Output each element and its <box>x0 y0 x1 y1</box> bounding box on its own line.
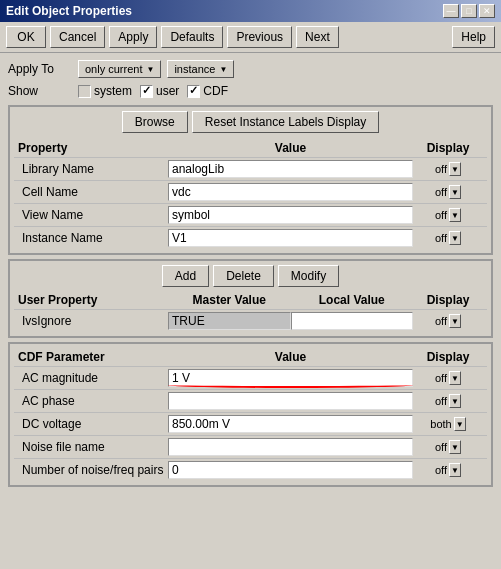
red-arc-indicator <box>168 382 413 388</box>
cell-display-text: off <box>435 186 447 198</box>
apply-to-option2-text: instance <box>174 63 215 75</box>
noise-file-input[interactable] <box>168 438 413 456</box>
dc-voltage-input[interactable] <box>168 415 413 433</box>
view-display-text: off <box>435 209 447 221</box>
table-row: Library Name off ▼ <box>14 157 487 180</box>
value-col-header: Value <box>168 141 413 155</box>
ac-phase-input[interactable] <box>168 392 413 410</box>
cancel-button[interactable]: Cancel <box>50 26 105 48</box>
noise-pairs-label: Number of noise/freq pairs <box>18 463 168 477</box>
table-row: Instance Name off ▼ <box>14 226 487 249</box>
properties-inner: Browse Reset Instance Labels Display Pro… <box>10 107 491 253</box>
apply-to-label: Apply To <box>8 62 78 76</box>
show-checkboxes: system user CDF <box>78 84 228 98</box>
view-name-input[interactable] <box>168 206 413 224</box>
noise-file-display-arrow[interactable]: ▼ <box>449 440 461 454</box>
ivs-display-cell: off ▼ <box>413 314 483 328</box>
reset-button[interactable]: Reset Instance Labels Display <box>192 111 379 133</box>
ac-phase-display-text: off <box>435 395 447 407</box>
cell-name-input[interactable] <box>168 183 413 201</box>
ivs-master-input[interactable] <box>168 312 291 330</box>
ivs-display-arrow[interactable]: ▼ <box>449 314 461 328</box>
instance-name-input[interactable] <box>168 229 413 247</box>
ac-magnitude-display-arrow[interactable]: ▼ <box>449 371 461 385</box>
master-col: Master Value <box>168 293 291 307</box>
user-checkbox[interactable] <box>140 85 153 98</box>
close-button[interactable]: ✕ <box>479 4 495 18</box>
add-button[interactable]: Add <box>162 265 209 287</box>
window: Edit Object Properties — □ ✕ OK Cancel A… <box>0 0 501 495</box>
delete-button[interactable]: Delete <box>213 265 274 287</box>
window-controls: — □ ✕ <box>443 4 495 18</box>
system-checkbox-item: system <box>78 84 132 98</box>
row-label: View Name <box>18 208 168 222</box>
ac-phase-display-arrow[interactable]: ▼ <box>449 394 461 408</box>
show-row: Show system user CDF <box>8 81 493 101</box>
defaults-button[interactable]: Defaults <box>161 26 223 48</box>
noise-pairs-display-arrow[interactable]: ▼ <box>449 463 461 477</box>
properties-table-header: Property Value Display <box>14 139 487 157</box>
dropdown-arrow-icon2: ▼ <box>219 65 227 74</box>
user-prop-inner: Add Delete Modify User Property Master V… <box>10 261 491 336</box>
cell-display-arrow[interactable]: ▼ <box>449 185 461 199</box>
library-display-cell: off ▼ <box>413 162 483 176</box>
noise-pairs-input[interactable] <box>168 461 413 479</box>
cdf-display-col: Display <box>413 350 483 364</box>
noise-file-label: Noise file name <box>18 440 168 454</box>
user-prop-header: User Property Master Value Local Value D… <box>14 291 487 309</box>
show-label: Show <box>8 84 78 98</box>
ivs-local-input[interactable] <box>291 312 414 330</box>
apply-to-option1-dropdown[interactable]: only current ▼ <box>78 60 161 78</box>
cdf-checkbox[interactable] <box>187 85 200 98</box>
cdf-inner: CDF Parameter Value Display AC magnitude… <box>10 344 491 485</box>
user-prop-col: User Property <box>18 293 168 307</box>
cell-display-cell: off ▼ <box>413 185 483 199</box>
apply-to-option1-text: only current <box>85 63 142 75</box>
local-col: Local Value <box>291 293 414 307</box>
cdf-label: CDF <box>203 84 228 98</box>
cdf-param-col: CDF Parameter <box>18 350 168 364</box>
cdf-header: CDF Parameter Value Display <box>14 348 487 366</box>
noise-file-display-text: off <box>435 441 447 453</box>
table-row: Cell Name off ▼ <box>14 180 487 203</box>
browse-button[interactable]: Browse <box>122 111 188 133</box>
user-display-col: Display <box>413 293 483 307</box>
dc-voltage-display-arrow[interactable]: ▼ <box>454 417 466 431</box>
cdf-row: DC voltage both ▼ <box>14 412 487 435</box>
properties-section: Browse Reset Instance Labels Display Pro… <box>8 105 493 255</box>
view-display-arrow[interactable]: ▼ <box>449 208 461 222</box>
system-checkbox[interactable] <box>78 85 91 98</box>
maximize-button[interactable]: □ <box>461 4 477 18</box>
property-col-header: Property <box>18 141 168 155</box>
ivs-ignore-label: IvsIgnore <box>18 314 168 328</box>
library-name-input[interactable] <box>168 160 413 178</box>
ivs-display-text: off <box>435 315 447 327</box>
noise-pairs-display-text: off <box>435 464 447 476</box>
noise-pairs-display-cell: off ▼ <box>413 463 483 477</box>
ac-magnitude-container <box>168 369 413 387</box>
apply-button[interactable]: Apply <box>109 26 157 48</box>
instance-display-text: off <box>435 232 447 244</box>
display-col-header: Display <box>413 141 483 155</box>
dc-voltage-display-text: both <box>430 418 451 430</box>
ac-magnitude-display-cell: off ▼ <box>413 371 483 385</box>
help-button[interactable]: Help <box>452 26 495 48</box>
modify-button[interactable]: Modify <box>278 265 339 287</box>
cdf-value-col: Value <box>168 350 413 364</box>
ac-phase-label: AC phase <box>18 394 168 408</box>
instance-display-arrow[interactable]: ▼ <box>449 231 461 245</box>
table-row: View Name off ▼ <box>14 203 487 226</box>
apply-to-option2-dropdown[interactable]: instance ▼ <box>167 60 234 78</box>
ok-button[interactable]: OK <box>6 26 46 48</box>
cdf-row: Number of noise/freq pairs off ▼ <box>14 458 487 481</box>
row-label: Library Name <box>18 162 168 176</box>
row-label: Instance Name <box>18 231 168 245</box>
library-display-arrow[interactable]: ▼ <box>449 162 461 176</box>
minimize-button[interactable]: — <box>443 4 459 18</box>
cdf-checkbox-item: CDF <box>187 84 228 98</box>
previous-button[interactable]: Previous <box>227 26 292 48</box>
apply-to-row: Apply To only current ▼ instance ▼ <box>8 57 493 81</box>
next-button[interactable]: Next <box>296 26 339 48</box>
browse-bar: Browse Reset Instance Labels Display <box>14 111 487 133</box>
ac-magnitude-label: AC magnitude <box>18 371 168 385</box>
